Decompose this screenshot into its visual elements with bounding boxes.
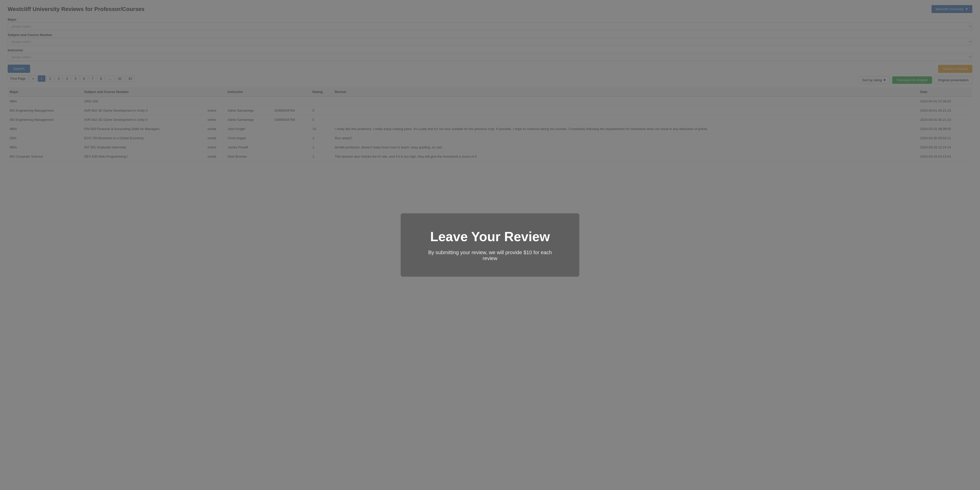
leave-review-overlay: Leave Your Review By submitting your rev…	[0, 0, 980, 166]
